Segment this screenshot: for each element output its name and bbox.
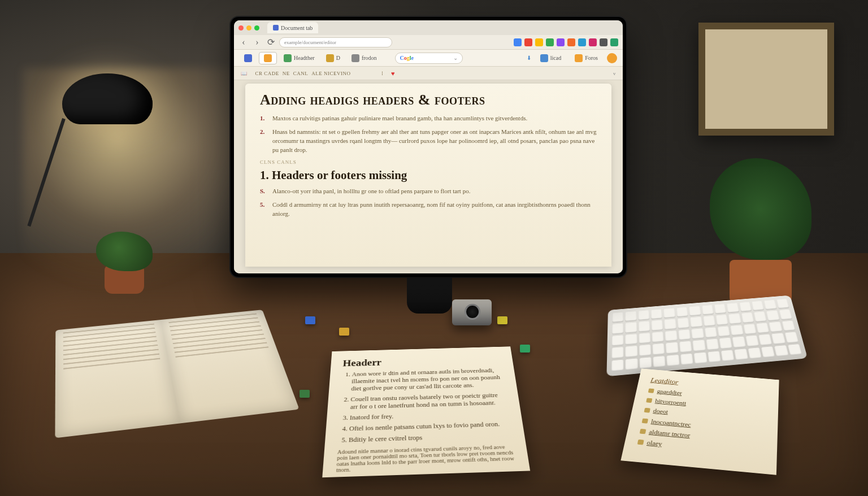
keyboard-key[interactable] bbox=[715, 315, 728, 325]
keyboard-key[interactable] bbox=[694, 352, 707, 364]
browser-tab[interactable]: Document tab bbox=[267, 22, 318, 33]
keyboard-key[interactable] bbox=[639, 345, 652, 356]
keyboard-key[interactable] bbox=[784, 332, 798, 343]
keyboard-key[interactable] bbox=[741, 313, 754, 324]
toolbar-group-label[interactable]: CANL bbox=[293, 71, 309, 76]
keyboard-key[interactable] bbox=[782, 320, 795, 332]
keyboard-key[interactable] bbox=[743, 324, 757, 335]
keyboard-key[interactable] bbox=[667, 355, 680, 367]
keyboard-key[interactable] bbox=[756, 323, 770, 334]
keyboard-key[interactable] bbox=[701, 305, 714, 316]
toolbar-book-icon[interactable]: 📖 bbox=[241, 71, 248, 76]
keyboard-key[interactable] bbox=[690, 317, 702, 328]
keyboard-key[interactable] bbox=[625, 323, 637, 334]
keyboard-key[interactable] bbox=[754, 312, 767, 323]
keyboard-key[interactable] bbox=[625, 311, 636, 322]
favorite-icon[interactable]: ♥ bbox=[391, 70, 395, 77]
url-field[interactable]: example/document/editor bbox=[279, 37, 392, 47]
keyboard-key[interactable] bbox=[752, 301, 765, 311]
extension-icon[interactable] bbox=[567, 38, 575, 46]
extension-icon[interactable] bbox=[524, 38, 532, 46]
keyboard-key[interactable] bbox=[666, 342, 678, 354]
keyboard-key[interactable] bbox=[719, 338, 732, 350]
keyboard-key[interactable] bbox=[761, 346, 775, 358]
keyboard-key[interactable] bbox=[779, 310, 792, 320]
minimize-icon[interactable] bbox=[246, 25, 251, 31]
keyboard-key[interactable] bbox=[732, 337, 746, 349]
keyboard-key[interactable] bbox=[626, 334, 637, 345]
keyboard-key[interactable] bbox=[721, 350, 735, 362]
keyboard-key[interactable] bbox=[652, 320, 663, 332]
keyboard-key[interactable] bbox=[774, 345, 788, 357]
keyboard-key[interactable] bbox=[651, 309, 663, 320]
keyboard-key[interactable] bbox=[788, 344, 802, 356]
keyboard-key[interactable] bbox=[652, 343, 665, 355]
bookmark-item[interactable]: D bbox=[322, 52, 345, 64]
keyboard-key[interactable] bbox=[730, 325, 743, 336]
keyboard-key[interactable] bbox=[626, 358, 638, 371]
keyboard-key[interactable] bbox=[612, 312, 623, 323]
keyboard-key[interactable] bbox=[639, 321, 650, 333]
keyboard-key[interactable] bbox=[677, 318, 689, 329]
document-page[interactable]: Adding headigs headers & footers 1.Maxto… bbox=[245, 84, 611, 267]
keyboard-key[interactable] bbox=[611, 359, 624, 372]
toolbar-group-label[interactable]: CR CADE bbox=[255, 71, 279, 76]
keyboard-key[interactable] bbox=[766, 311, 780, 321]
extension-icon[interactable] bbox=[514, 38, 522, 46]
keyboard-key[interactable] bbox=[739, 302, 752, 312]
keyboard-key[interactable] bbox=[693, 340, 706, 352]
toolbar-group-label[interactable]: ALE NICEVINO bbox=[311, 71, 350, 76]
extension-icon[interactable] bbox=[600, 38, 607, 46]
bookmark-item[interactable]: Headther bbox=[279, 52, 319, 64]
keyboard-key[interactable] bbox=[652, 332, 664, 343]
keyboard-key[interactable] bbox=[664, 319, 676, 330]
extension-icon[interactable] bbox=[546, 38, 554, 46]
extension-icon[interactable] bbox=[578, 38, 586, 46]
bookmark-item[interactable]: licad bbox=[536, 53, 566, 64]
extension-icon[interactable] bbox=[535, 38, 543, 46]
keyboard-key[interactable] bbox=[764, 300, 777, 310]
keyboard-key[interactable] bbox=[612, 324, 623, 335]
keyboard-key[interactable] bbox=[745, 336, 759, 347]
bookmark-item[interactable] bbox=[240, 52, 257, 64]
keyboard-key[interactable] bbox=[776, 299, 789, 309]
keyboard-key[interactable] bbox=[612, 335, 624, 346]
keyboard-key[interactable] bbox=[706, 339, 719, 351]
keyboard-key[interactable] bbox=[676, 307, 688, 318]
maximize-icon[interactable] bbox=[254, 25, 259, 31]
keyboard-key[interactable] bbox=[769, 321, 783, 333]
back-button[interactable]: ‹ bbox=[238, 37, 249, 47]
keyboard-key[interactable] bbox=[626, 346, 637, 358]
avatar[interactable] bbox=[607, 53, 617, 63]
keyboard-key[interactable] bbox=[639, 357, 652, 369]
search-box[interactable]: Cogle ⌄ bbox=[395, 53, 463, 64]
keyboard-key[interactable] bbox=[717, 326, 730, 337]
toolbar-group-label[interactable]: NE bbox=[283, 71, 290, 76]
keyboard-key[interactable] bbox=[728, 314, 741, 324]
keyboard-key[interactable] bbox=[771, 333, 785, 345]
keyboard-key[interactable] bbox=[639, 333, 650, 344]
download-icon[interactable]: ⬇ bbox=[527, 55, 531, 61]
keyboard-key[interactable] bbox=[758, 334, 772, 346]
keyboard-key[interactable] bbox=[665, 330, 678, 342]
extension-icon[interactable] bbox=[610, 38, 618, 46]
keyboard-key[interactable] bbox=[663, 308, 675, 319]
bookmark-item[interactable] bbox=[259, 52, 277, 64]
keyboard-key[interactable] bbox=[727, 303, 739, 313]
keyboard-key[interactable] bbox=[638, 310, 649, 321]
extension-icon[interactable] bbox=[589, 38, 597, 46]
keyboard-key[interactable] bbox=[689, 306, 701, 317]
extension-icon[interactable] bbox=[557, 38, 565, 46]
forward-button[interactable]: › bbox=[252, 37, 262, 47]
keyboard-key[interactable] bbox=[734, 349, 748, 360]
bookmark-item[interactable]: frodon bbox=[347, 52, 381, 64]
bookmark-item[interactable]: Foros bbox=[570, 53, 602, 64]
keyboard-key[interactable] bbox=[611, 347, 623, 359]
keyboard-key[interactable] bbox=[678, 329, 691, 341]
keyboard-key[interactable] bbox=[680, 353, 693, 366]
keyboard-key[interactable] bbox=[748, 347, 762, 359]
keyboard-key[interactable] bbox=[691, 328, 704, 340]
reload-button[interactable]: ⟳ bbox=[266, 37, 276, 47]
keyboard-key[interactable] bbox=[679, 341, 692, 353]
keyboard-key[interactable] bbox=[708, 351, 721, 363]
